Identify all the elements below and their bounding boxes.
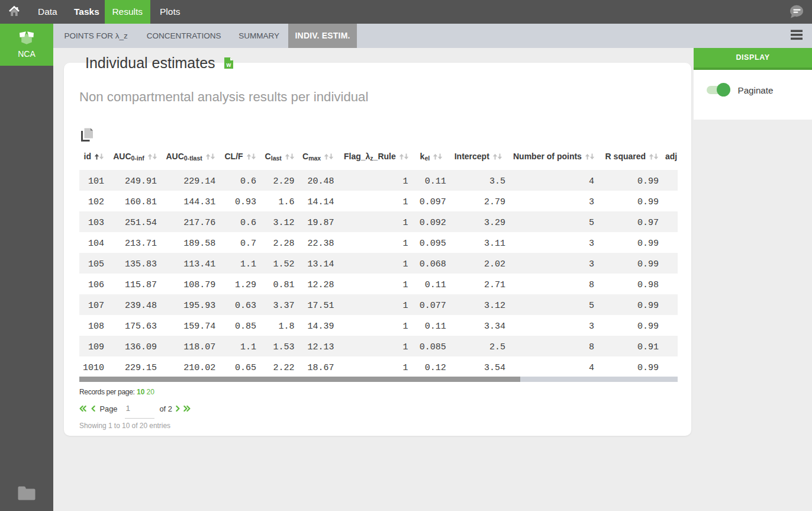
svg-text:w: w: [226, 62, 231, 68]
